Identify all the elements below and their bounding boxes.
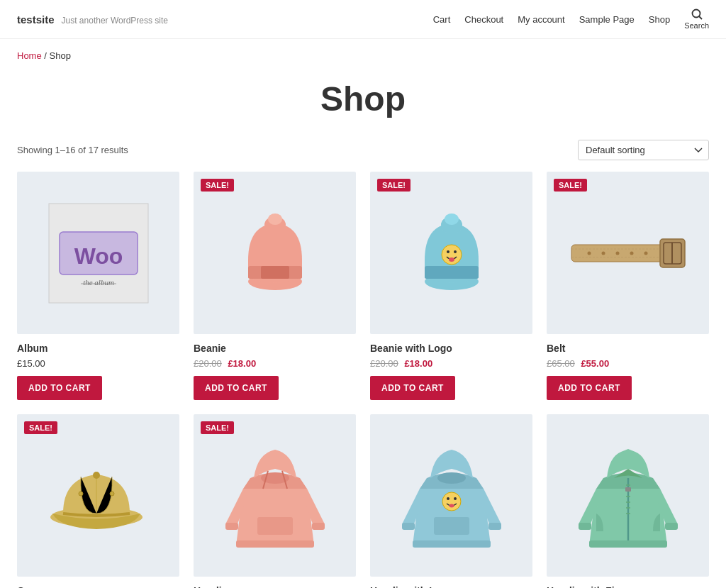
- product-price-beanie-logo: £20.00 £18.00: [370, 358, 532, 369]
- svg-point-42: [437, 472, 466, 484]
- product-card-hoodie-logo: Hoodie with Logo £45.00 ADD TO CART: [370, 414, 532, 588]
- nav-my-account[interactable]: My account: [518, 14, 564, 25]
- svg-point-28: [644, 251, 647, 255]
- svg-point-17: [447, 250, 449, 253]
- add-to-cart-beanie-logo[interactable]: ADD TO CART: [370, 376, 455, 400]
- svg-point-45: [447, 497, 449, 500]
- site-nav: Cart Checkout My account Sample Page Sho…: [433, 9, 709, 30]
- page-title: Shop: [0, 79, 726, 118]
- sorting-select[interactable]: Default sorting Sort by popularity Sort …: [578, 140, 709, 160]
- belt-illustration: [568, 225, 688, 282]
- svg-rect-59: [579, 523, 591, 530]
- svg-point-27: [630, 251, 633, 255]
- svg-point-34: [110, 492, 114, 496]
- svg-point-25: [601, 251, 605, 255]
- product-image-hoodie-zipper: [547, 414, 709, 577]
- product-image-beanie-logo: SALE!: [370, 172, 532, 334]
- svg-text:the album: the album: [83, 278, 114, 287]
- svg-point-46: [454, 497, 457, 500]
- sale-badge-cap: SALE!: [24, 421, 57, 434]
- svg-point-33: [79, 492, 83, 496]
- nav-shop[interactable]: Shop: [649, 14, 670, 25]
- svg-text:Woo: Woo: [74, 243, 123, 269]
- svg-point-32: [93, 472, 100, 479]
- svg-rect-50: [413, 540, 491, 548]
- svg-line-1: [699, 16, 702, 19]
- shop-controls: Showing 1–16 of 17 results Default sorti…: [0, 140, 726, 172]
- product-card-hoodie-zipper: Hoodie with Zipper £45.00 ADD TO CART: [547, 414, 709, 588]
- hoodie-logo-illustration: [398, 439, 505, 553]
- svg-rect-43: [434, 517, 469, 535]
- product-card-belt: SALE! Belt £65.00 £55.00: [547, 172, 709, 400]
- sale-badge-beanie-logo: SALE!: [377, 179, 411, 192]
- search-button[interactable]: Search: [684, 9, 709, 30]
- sale-badge-belt: SALE!: [554, 179, 587, 192]
- svg-rect-36: [257, 517, 293, 535]
- svg-point-19: [449, 257, 454, 262]
- svg-point-47: [449, 504, 454, 507]
- svg-point-44: [442, 492, 461, 511]
- breadcrumb: Home / Shop: [0, 39, 726, 72]
- breadcrumb-separator: /: [44, 50, 49, 61]
- product-name-hoodie: Hoodie: [194, 585, 356, 588]
- svg-point-15: [445, 213, 459, 225]
- svg-rect-9: [261, 266, 289, 279]
- beanie-illustration: [225, 204, 325, 303]
- hoodie-zipper-illustration: [575, 439, 681, 553]
- site-title[interactable]: testsite: [17, 13, 55, 26]
- sale-badge-hoodie: SALE!: [201, 421, 234, 434]
- svg-rect-40: [312, 523, 325, 530]
- nav-sample-page[interactable]: Sample Page: [579, 14, 635, 25]
- svg-rect-49: [488, 523, 501, 530]
- svg-rect-58: [625, 487, 631, 492]
- site-branding: testsite Just another WordPress site: [17, 13, 168, 26]
- product-name-beanie: Beanie: [194, 343, 356, 354]
- nav-checkout[interactable]: Checkout: [464, 14, 503, 25]
- product-card-cap: SALE! Cap £18.00: [17, 414, 179, 588]
- breadcrumb-home[interactable]: Home: [17, 50, 42, 61]
- svg-rect-60: [665, 523, 678, 530]
- add-to-cart-album[interactable]: ADD TO CART: [17, 376, 102, 400]
- results-count: Showing 1–16 of 17 results: [17, 145, 128, 155]
- hoodie-illustration: [222, 439, 328, 553]
- svg-rect-39: [225, 523, 238, 530]
- product-name-belt: Belt: [547, 343, 709, 354]
- product-name-hoodie-logo: Hoodie with Logo: [370, 585, 532, 588]
- svg-rect-41: [236, 540, 314, 548]
- product-card-hoodie: SALE!: [194, 414, 356, 588]
- product-price-beanie: £20.00 £18.00: [194, 358, 356, 369]
- svg-rect-61: [589, 540, 667, 548]
- breadcrumb-current: Shop: [50, 50, 71, 61]
- page-title-wrap: Shop: [0, 72, 726, 140]
- product-name-hoodie-zipper: Hoodie with Zipper: [547, 585, 709, 588]
- svg-rect-13: [425, 266, 479, 279]
- product-name-album: Album: [17, 343, 179, 354]
- product-image-belt: SALE!: [547, 172, 709, 334]
- svg-point-11: [268, 213, 282, 225]
- product-image-album: Woo the album: [17, 172, 179, 334]
- product-image-cap: SALE!: [17, 414, 179, 577]
- cap-illustration: [45, 450, 152, 542]
- svg-point-24: [587, 251, 591, 255]
- svg-point-26: [615, 251, 619, 255]
- product-price-album: £15.00: [17, 358, 179, 369]
- beanie-logo-illustration: [402, 204, 501, 303]
- products-grid: Woo the album Album £15.00 ADD TO CART S…: [0, 172, 726, 588]
- sale-badge-beanie: SALE!: [201, 179, 234, 192]
- svg-point-0: [692, 10, 700, 18]
- product-image-beanie: SALE!: [194, 172, 356, 334]
- product-name-beanie-logo: Beanie with Logo: [370, 343, 532, 354]
- search-icon: [691, 9, 703, 20]
- site-description: Just another WordPress site: [62, 16, 169, 26]
- site-header: testsite Just another WordPress site Car…: [0, 0, 726, 39]
- nav-cart[interactable]: Cart: [433, 14, 451, 25]
- product-image-hoodie-logo: [370, 414, 532, 577]
- add-to-cart-belt[interactable]: ADD TO CART: [547, 376, 632, 400]
- product-card-beanie: SALE! Beanie £20.00 £18.00 ADD TO CART: [194, 172, 356, 400]
- product-price-belt: £65.00 £55.00: [547, 358, 709, 369]
- add-to-cart-beanie[interactable]: ADD TO CART: [194, 376, 279, 400]
- search-label: Search: [684, 21, 709, 30]
- album-illustration: Woo the album: [38, 193, 159, 314]
- svg-point-18: [454, 250, 457, 253]
- svg-rect-48: [402, 523, 415, 530]
